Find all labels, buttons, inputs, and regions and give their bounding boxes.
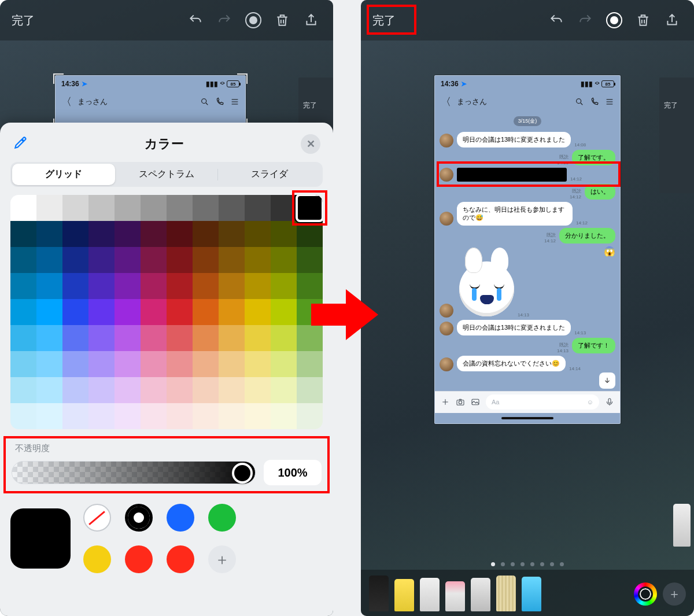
color-cell[interactable] <box>88 299 115 325</box>
color-cell[interactable] <box>10 247 36 273</box>
color-cell[interactable] <box>115 351 141 377</box>
color-cell[interactable] <box>115 221 141 247</box>
color-cell[interactable] <box>88 195 115 221</box>
color-cell[interactable] <box>10 195 36 221</box>
color-cell[interactable] <box>10 221 36 247</box>
color-cell[interactable] <box>193 221 219 247</box>
color-cell[interactable] <box>62 325 88 351</box>
color-cell[interactable] <box>115 403 141 429</box>
color-cell[interactable] <box>36 273 62 299</box>
color-cell[interactable] <box>245 325 271 351</box>
color-cell[interactable] <box>10 351 36 377</box>
color-cell[interactable] <box>219 403 245 429</box>
color-cell[interactable] <box>141 299 167 325</box>
color-cell[interactable] <box>219 377 245 403</box>
color-cell[interactable] <box>167 221 193 247</box>
color-cell[interactable] <box>193 377 219 403</box>
color-cell[interactable] <box>10 403 36 429</box>
tab-spectrum[interactable]: スペクトラム <box>115 164 218 185</box>
menu-icon[interactable] <box>605 97 614 106</box>
color-cell[interactable] <box>245 377 271 403</box>
color-cell[interactable] <box>88 351 115 377</box>
add-icon[interactable] <box>441 397 450 407</box>
swatch-color[interactable] <box>167 504 194 532</box>
color-cell[interactable] <box>36 325 62 351</box>
color-cell[interactable] <box>297 351 323 377</box>
color-cell[interactable] <box>88 247 115 273</box>
search-icon[interactable] <box>200 97 209 106</box>
opacity-value[interactable]: 100% <box>264 460 322 485</box>
color-cell[interactable] <box>297 247 323 273</box>
color-cell[interactable] <box>219 325 245 351</box>
color-cell[interactable] <box>167 273 193 299</box>
color-cell[interactable] <box>193 351 219 377</box>
color-cell[interactable] <box>141 377 167 403</box>
done-button[interactable]: 完了 <box>370 9 398 32</box>
color-cell[interactable] <box>115 299 141 325</box>
color-cell[interactable] <box>115 377 141 403</box>
color-cell[interactable] <box>193 247 219 273</box>
search-icon[interactable] <box>575 97 584 106</box>
pager-dot[interactable] <box>530 562 534 566</box>
color-cell[interactable] <box>115 273 141 299</box>
color-cell[interactable] <box>297 403 323 429</box>
color-cell[interactable] <box>36 403 62 429</box>
color-cell[interactable] <box>245 221 271 247</box>
tool-highlighter[interactable] <box>420 578 440 611</box>
color-cell[interactable] <box>88 273 115 299</box>
swatch-ring[interactable] <box>125 504 153 532</box>
camera-icon[interactable] <box>456 397 465 407</box>
color-cell[interactable] <box>62 377 88 403</box>
color-cell[interactable] <box>167 299 193 325</box>
call-icon[interactable] <box>215 97 224 106</box>
swatch-color[interactable] <box>83 545 111 573</box>
color-cell[interactable] <box>271 325 297 351</box>
color-cell[interactable] <box>36 221 62 247</box>
page-dots[interactable] <box>361 562 694 566</box>
mic-icon[interactable] <box>605 397 614 407</box>
color-cell[interactable] <box>36 195 62 221</box>
pager-dot[interactable] <box>511 562 515 566</box>
color-cell[interactable] <box>62 351 88 377</box>
color-cell[interactable] <box>141 325 167 351</box>
pager-dot[interactable] <box>520 562 525 566</box>
color-cell[interactable] <box>193 195 219 221</box>
color-cell[interactable] <box>141 247 167 273</box>
color-cell[interactable] <box>115 247 141 273</box>
done-button[interactable]: 完了 <box>9 9 37 32</box>
color-cell[interactable] <box>271 403 297 429</box>
markup-mode-icon[interactable] <box>241 8 266 33</box>
tab-sliders[interactable]: スライダ <box>218 164 321 185</box>
color-grid[interactable] <box>10 195 323 429</box>
tool-marker[interactable] <box>394 579 414 611</box>
color-cell[interactable] <box>297 221 323 247</box>
color-cell[interactable] <box>245 247 271 273</box>
color-cell[interactable] <box>62 247 88 273</box>
pager-dot[interactable] <box>540 562 544 566</box>
tool-eraser[interactable] <box>445 581 465 611</box>
share-icon[interactable] <box>659 8 685 33</box>
opacity-thumb[interactable] <box>232 463 253 484</box>
color-cell[interactable] <box>219 221 245 247</box>
trash-icon[interactable] <box>630 8 656 33</box>
color-cell[interactable] <box>167 403 193 429</box>
color-cell[interactable] <box>271 247 297 273</box>
trash-icon[interactable] <box>270 8 295 33</box>
color-cell[interactable] <box>62 299 88 325</box>
swatch-none[interactable] <box>83 504 111 532</box>
screenshot-thumbnail[interactable]: 14:36 ➤ ▮▮▮ ⌔ 85 〈 まっさん <box>55 75 246 126</box>
second-screenshot-peek[interactable]: 14 完了 <box>659 78 694 193</box>
color-cell[interactable] <box>271 351 297 377</box>
color-cell[interactable] <box>219 273 245 299</box>
color-cell[interactable] <box>88 377 115 403</box>
color-cell[interactable] <box>88 403 115 429</box>
color-cell[interactable] <box>167 195 193 221</box>
color-cell[interactable] <box>167 351 193 377</box>
call-icon[interactable] <box>590 97 599 106</box>
color-cell[interactable] <box>193 403 219 429</box>
color-cell[interactable] <box>271 195 297 221</box>
color-cell[interactable] <box>219 351 245 377</box>
tool-ruler[interactable] <box>496 576 516 611</box>
pager-dot[interactable] <box>560 562 564 566</box>
color-cell[interactable] <box>88 325 115 351</box>
